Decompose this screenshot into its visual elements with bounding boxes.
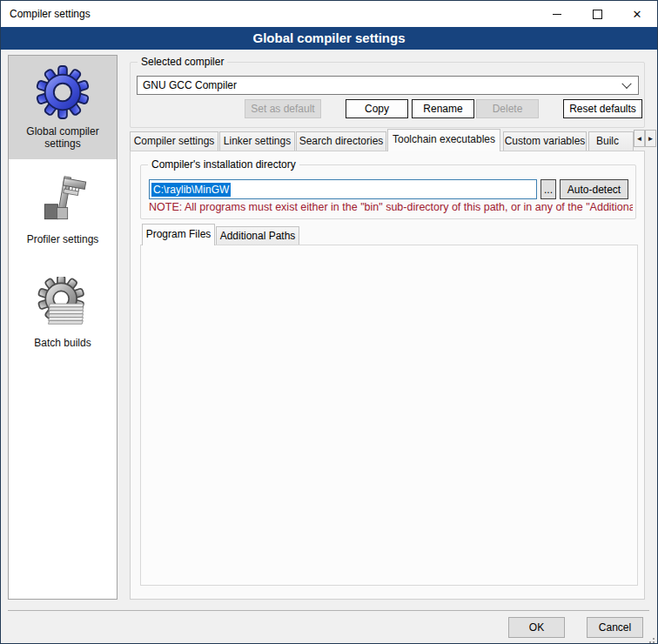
subtab-program-files[interactable]: Program Files bbox=[142, 224, 215, 245]
tab-search-directories[interactable]: Search directories bbox=[296, 131, 386, 151]
copy-button[interactable]: Copy bbox=[346, 99, 408, 118]
maximize-button[interactable] bbox=[577, 1, 617, 27]
bin-subdirectory-note: NOTE: All programs must exist either in … bbox=[149, 201, 633, 213]
tab-custom-variables[interactable]: Custom variables bbox=[503, 131, 587, 151]
delete-button[interactable]: Delete bbox=[476, 99, 539, 118]
ok-button[interactable]: OK bbox=[508, 617, 565, 638]
close-button[interactable]: ✕ bbox=[617, 1, 657, 27]
arrow-right-icon: ► bbox=[648, 135, 655, 143]
sidebar-item-profiler-settings[interactable]: Profiler settings bbox=[9, 161, 117, 258]
tab-build-options-clipped[interactable]: Builc bbox=[588, 131, 634, 151]
compiler-select-value: GNU GCC Compiler bbox=[143, 79, 237, 91]
dialog-body: Global compiler settings bbox=[1, 50, 657, 643]
tab-linker-settings[interactable]: Linker settings bbox=[219, 131, 295, 151]
window-title: Compiler settings bbox=[10, 8, 91, 20]
auto-detect-button[interactable]: Auto-detect bbox=[560, 179, 628, 199]
settings-category-list: Global compiler settings bbox=[8, 55, 118, 600]
close-icon: ✕ bbox=[633, 9, 642, 20]
resize-grip[interactable] bbox=[646, 634, 655, 643]
subtab-additional-paths[interactable]: Additional Paths bbox=[216, 226, 299, 245]
gray-gear-stack-icon bbox=[36, 277, 90, 331]
tab-compiler-settings[interactable]: Compiler settings bbox=[130, 131, 218, 151]
tab-scroll-right-button[interactable]: ► bbox=[645, 130, 656, 147]
dialog-banner-title: Global compiler settings bbox=[1, 27, 657, 50]
reset-defaults-button[interactable]: Reset defaults bbox=[563, 99, 642, 118]
selected-path-text: C:\raylib\MinGW bbox=[151, 183, 231, 197]
compiler-select[interactable]: GNU GCC Compiler bbox=[137, 76, 639, 95]
compiler-settings-window: Compiler settings ✕ Global compiler sett… bbox=[0, 0, 658, 644]
maximize-icon bbox=[593, 10, 602, 19]
chevron-down-icon bbox=[621, 79, 631, 89]
installation-directory-input[interactable]: C:\raylib\MinGW bbox=[149, 179, 537, 199]
tab-toolchain-executables[interactable]: Toolchain executables bbox=[387, 129, 500, 151]
program-files-panel bbox=[140, 245, 638, 586]
blue-gear-icon bbox=[36, 65, 90, 119]
sidebar-item-label: Batch builds bbox=[34, 337, 91, 349]
minimize-button[interactable] bbox=[537, 1, 577, 27]
sidebar-item-label: Profiler settings bbox=[27, 233, 99, 245]
footer-separator bbox=[8, 610, 649, 611]
browse-directory-button[interactable]: ... bbox=[540, 179, 556, 199]
tab-scroll-left-button[interactable]: ◄ bbox=[634, 130, 645, 147]
caliper-icon bbox=[37, 175, 89, 227]
cancel-button[interactable]: Cancel bbox=[587, 617, 643, 638]
minimize-icon bbox=[553, 14, 561, 15]
sidebar-item-label: Global compiler settings bbox=[10, 125, 115, 150]
caption-buttons: ✕ bbox=[537, 1, 657, 27]
arrow-left-icon: ◄ bbox=[636, 135, 643, 143]
selected-compiler-legend: Selected compiler bbox=[138, 56, 227, 69]
installation-directory-legend: Compiler's installation directory bbox=[148, 158, 299, 171]
set-as-default-button[interactable]: Set as default bbox=[245, 99, 321, 118]
sidebar-item-global-compiler-settings[interactable]: Global compiler settings bbox=[9, 56, 117, 159]
rename-button[interactable]: Rename bbox=[412, 99, 474, 118]
title-bar: Compiler settings ✕ bbox=[1, 1, 657, 27]
sidebar-item-batch-builds[interactable]: Batch builds bbox=[9, 260, 117, 365]
